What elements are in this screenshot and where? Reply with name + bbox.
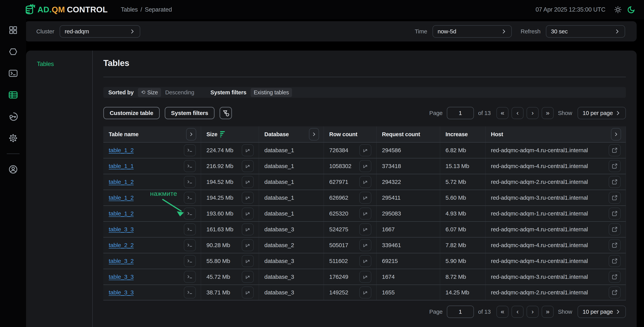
table-name-link[interactable]: table_3_3 [109, 274, 134, 280]
reset-filters-button[interactable] [220, 107, 232, 119]
page-number-input[interactable] [447, 306, 474, 318]
table-name-expand-button[interactable] [186, 128, 196, 140]
breadcrumb-separated[interactable]: Separated [145, 6, 172, 13]
col-header-increase[interactable]: Increase [440, 126, 486, 142]
rail-tables-icon[interactable] [0, 84, 26, 106]
terminal-icon [186, 274, 193, 280]
open-host-button[interactable] [609, 287, 621, 299]
cell-size: 90.28 Mb [201, 237, 259, 253]
row-count-chart-button[interactable] [359, 144, 371, 156]
open-query-terminal-button[interactable] [184, 223, 196, 235]
table-name-link[interactable]: table_3_3 [109, 289, 134, 296]
prev-page-button[interactable]: ‹ [512, 306, 524, 318]
col-header-size[interactable]: Size [201, 126, 259, 142]
size-chart-button[interactable] [242, 144, 254, 156]
open-query-terminal-button[interactable] [184, 176, 196, 188]
dark-theme-moon-icon[interactable] [627, 5, 636, 14]
rail-settings-gear-icon[interactable] [0, 127, 26, 149]
open-host-button[interactable] [609, 160, 621, 172]
size-chart-button[interactable] [242, 255, 254, 267]
col-header-table-name[interactable]: Table name [103, 126, 201, 142]
row-count-chart-button[interactable] [359, 271, 371, 283]
table-name-link[interactable]: table_3_2 [109, 258, 134, 264]
per-page-select[interactable]: 10 per page [578, 306, 626, 318]
page-number-input[interactable] [447, 107, 474, 119]
row-count-chart-button[interactable] [359, 223, 371, 235]
open-host-button[interactable] [609, 144, 621, 156]
col-header-host[interactable]: Host [486, 126, 626, 142]
page-label: Page [429, 309, 442, 315]
open-query-terminal-button[interactable] [184, 271, 196, 283]
size-chart-button[interactable] [242, 271, 254, 283]
system-filters-button[interactable]: System filters [165, 107, 215, 119]
table-name-link[interactable]: table_1_2 [109, 147, 134, 154]
open-query-terminal-button[interactable] [184, 160, 196, 172]
col-header-request-count[interactable]: Request count [376, 126, 440, 142]
time-range-select[interactable]: now-5d [432, 25, 512, 38]
app-logo[interactable]: AD.QMCONTROL [25, 4, 108, 16]
trend-chart-icon [362, 163, 369, 169]
refresh-interval-select[interactable]: 30 sec [546, 25, 625, 38]
first-page-button[interactable]: « [496, 306, 508, 318]
row-count-chart-button[interactable] [359, 255, 371, 267]
last-page-button[interactable]: » [542, 107, 554, 119]
size-chart-button[interactable] [242, 287, 254, 299]
cell-request-count: 1667 [376, 221, 440, 237]
customize-table-button[interactable]: Customize table [103, 107, 160, 119]
breadcrumb-tables[interactable]: Tables [121, 6, 138, 13]
database-expand-button[interactable] [309, 128, 319, 140]
cluster-select[interactable]: red-adqm [60, 25, 140, 38]
size-chart-button[interactable] [242, 223, 254, 235]
table-name-link[interactable]: table_3_3 [109, 226, 134, 233]
open-query-terminal-button[interactable] [184, 287, 196, 299]
existing-tables-chip[interactable]: Existing tables [251, 88, 292, 97]
size-chart-button[interactable] [242, 192, 254, 204]
first-page-button[interactable]: « [496, 107, 508, 119]
rail-hexagon-cluster-icon[interactable] [0, 41, 26, 62]
sort-chip[interactable]: ⟲ Size [138, 88, 161, 97]
next-page-button[interactable]: › [526, 107, 538, 119]
trend-chart-icon [244, 242, 251, 249]
row-count-chart-button[interactable] [359, 176, 371, 188]
open-query-terminal-button[interactable] [184, 255, 196, 267]
sidebar-item-tables[interactable]: Tables [37, 60, 54, 67]
open-host-button[interactable] [609, 192, 621, 204]
per-page-select[interactable]: 10 per page [578, 107, 626, 119]
table-name-link[interactable]: table_1_1 [109, 163, 134, 169]
size-chart-button[interactable] [242, 208, 254, 220]
table-name-link[interactable]: table_2_2 [109, 242, 134, 249]
row-count-chart-button[interactable] [359, 192, 371, 204]
open-host-button[interactable] [609, 239, 621, 251]
open-host-button[interactable] [609, 208, 621, 220]
row-count-chart-button[interactable] [359, 160, 371, 172]
open-host-button[interactable] [609, 176, 621, 188]
prev-page-button[interactable]: ‹ [512, 107, 524, 119]
host-expand-button[interactable] [611, 128, 621, 140]
size-chart-button[interactable] [242, 239, 254, 251]
light-theme-sun-icon[interactable] [614, 5, 622, 14]
rail-keys-icon[interactable] [0, 106, 26, 127]
open-host-button[interactable] [609, 223, 621, 235]
rail-user-account-icon[interactable] [0, 159, 26, 180]
open-query-terminal-button[interactable] [184, 239, 196, 251]
col-header-database[interactable]: Database [259, 126, 324, 142]
open-host-button[interactable] [609, 271, 621, 283]
rail-terminal-console-icon[interactable] [0, 62, 26, 84]
row-count-chart-button[interactable] [359, 287, 371, 299]
open-query-terminal-button[interactable] [184, 144, 196, 156]
size-chart-button[interactable] [242, 176, 254, 188]
table-name-link[interactable]: table_1_2 [109, 210, 134, 217]
table-name-link[interactable]: table_1_2 [109, 179, 134, 185]
col-header-row-count[interactable]: Row count [324, 126, 376, 142]
cell-size: 194.52 Mb [201, 174, 259, 190]
row-count-chart-button[interactable] [359, 239, 371, 251]
row-count-chart-button[interactable] [359, 208, 371, 220]
cell-database: database_3 [259, 285, 324, 300]
open-host-button[interactable] [609, 255, 621, 267]
next-page-button[interactable]: › [526, 306, 538, 318]
cell-host: red-adqmc-adqm-4.ru-central1.internal [486, 221, 626, 237]
size-chart-button[interactable] [242, 160, 254, 172]
rail-dashboard-grid-icon[interactable] [0, 19, 26, 41]
last-page-button[interactable]: » [542, 306, 554, 318]
table-name-link[interactable]: table_1_2 [109, 194, 134, 201]
